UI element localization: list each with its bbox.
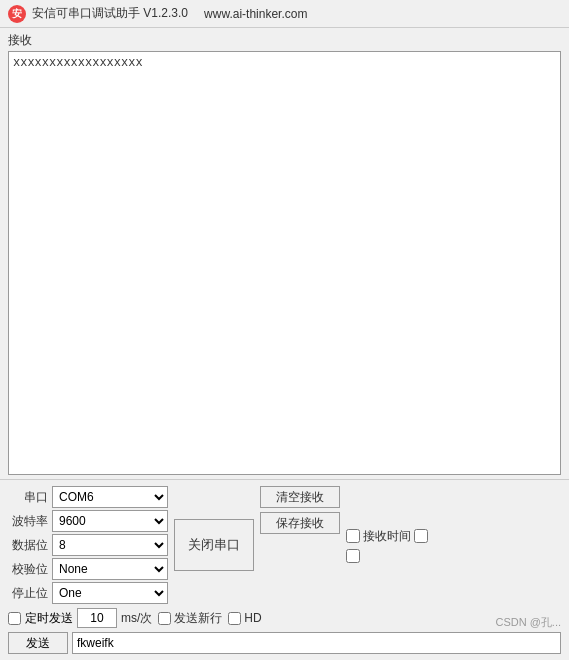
extra-checkbox[interactable] (346, 549, 360, 563)
receive-label: 接收 (8, 32, 561, 49)
databits-label: 数据位 (8, 537, 48, 554)
stopbits-row: 停止位 One Two OnePointFive (8, 582, 168, 604)
bottom-row1: 串口 COM6 COM1 COM2 COM3 COM4 COM5 波特率 960… (8, 486, 561, 604)
receive-textarea[interactable] (8, 51, 561, 475)
receive-time-row: 接收时间 (346, 528, 428, 545)
send-input[interactable] (72, 632, 561, 654)
send-newline-label: 发送新行 (174, 610, 222, 627)
clear-receive-button[interactable]: 清空接收 (260, 486, 340, 508)
watermark: CSDN @孔... (495, 615, 561, 630)
app-title: 安信可串口调试助手 V1.2.3.0 (32, 5, 188, 22)
middle-button-area: 关闭串口 (174, 486, 254, 604)
app-icon: 安 (8, 5, 26, 23)
stopbits-label: 停止位 (8, 585, 48, 602)
parity-row: 校验位 None Even Odd Mark Space (8, 558, 168, 580)
send-newline-checkbox[interactable] (158, 612, 171, 625)
timer-interval-input[interactable] (77, 608, 117, 628)
port-label: 串口 (8, 489, 48, 506)
close-port-button[interactable]: 关闭串口 (174, 519, 254, 571)
receive-time-checkbox2[interactable] (414, 529, 428, 543)
bottom-row2: 定时发送 ms/次 发送新行 HD (8, 608, 561, 628)
baudrate-label: 波特率 (8, 513, 48, 530)
newline-row: 发送新行 (158, 610, 222, 627)
hd-checkbox[interactable] (228, 612, 241, 625)
receive-time-checkbox[interactable] (346, 529, 360, 543)
hd-row: HD (228, 611, 261, 625)
timer-send-row: 定时发送 ms/次 (8, 608, 152, 628)
baudrate-row: 波特率 9600 4800 19200 38400 57600 115200 (8, 510, 168, 532)
baudrate-select[interactable]: 9600 4800 19200 38400 57600 115200 (52, 510, 168, 532)
bottom-row3: 发送 (8, 632, 561, 654)
save-receive-button[interactable]: 保存接收 (260, 512, 340, 534)
website-label: www.ai-thinker.com (204, 7, 307, 21)
extra-checkbox-row (346, 549, 428, 563)
ms-label: ms/次 (121, 610, 152, 627)
timed-send-checkbox[interactable] (8, 612, 21, 625)
parity-select[interactable]: None Even Odd Mark Space (52, 558, 168, 580)
receive-section: 接收 (0, 28, 569, 479)
parity-label: 校验位 (8, 561, 48, 578)
databits-row: 数据位 8 5 6 7 (8, 534, 168, 556)
receive-time-label: 接收时间 (363, 528, 411, 545)
timed-send-label: 定时发送 (25, 610, 73, 627)
stopbits-select[interactable]: One Two OnePointFive (52, 582, 168, 604)
right-buttons: 清空接收 保存接收 (260, 486, 340, 604)
hd-label: HD (244, 611, 261, 625)
databits-select[interactable]: 8 5 6 7 (52, 534, 168, 556)
port-select[interactable]: COM6 COM1 COM2 COM3 COM4 COM5 (52, 486, 168, 508)
send-button[interactable]: 发送 (8, 632, 68, 654)
main-content: 接收 串口 COM6 COM1 COM2 COM3 COM4 COM5 (0, 28, 569, 660)
checkbox-area: 接收时间 (346, 486, 428, 604)
port-row: 串口 COM6 COM1 COM2 COM3 COM4 COM5 (8, 486, 168, 508)
bottom-panel: 串口 COM6 COM1 COM2 COM3 COM4 COM5 波特率 960… (0, 479, 569, 660)
title-bar: 安 安信可串口调试助手 V1.2.3.0 www.ai-thinker.com (0, 0, 569, 28)
left-controls: 串口 COM6 COM1 COM2 COM3 COM4 COM5 波特率 960… (8, 486, 168, 604)
